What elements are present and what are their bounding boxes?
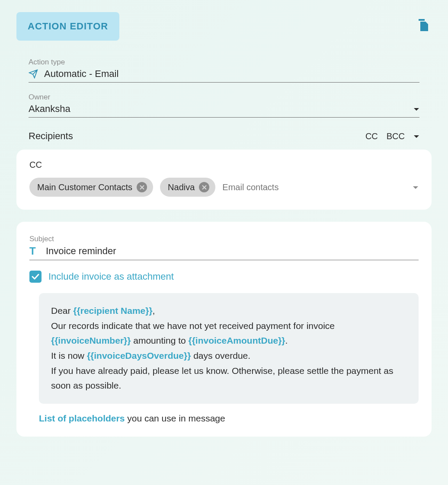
cc-section-label: CC xyxy=(29,160,419,170)
text-icon: T xyxy=(29,245,40,257)
placeholders-footer: List of placeholders you can use in mess… xyxy=(39,413,419,424)
send-icon xyxy=(29,69,38,79)
cc-chips-row: Main Customer Contacts Nadiva xyxy=(29,178,419,197)
cc-toggle-button[interactable]: CC xyxy=(365,131,378,141)
chevron-down-icon[interactable] xyxy=(413,105,419,113)
message-body[interactable]: Dear {{recipient Name}},Our records indi… xyxy=(39,293,419,404)
owner-select[interactable] xyxy=(29,103,413,115)
owner-label: Owner xyxy=(29,93,419,102)
action-type-label: Action type xyxy=(29,58,419,67)
message-placeholder: {{invoiceAmountDue}} xyxy=(189,335,285,345)
message-placeholder: {{invoiceDaysOverdue}} xyxy=(87,351,191,361)
page-title: ACTION EDITOR xyxy=(16,12,119,41)
action-type-input[interactable] xyxy=(44,68,419,80)
subject-field: Subject T xyxy=(29,235,419,260)
recipients-label: Recipients xyxy=(29,131,73,142)
chevron-down-icon[interactable] xyxy=(413,132,419,140)
owner-field: Owner xyxy=(29,93,419,118)
chip-label: Main Customer Contacts xyxy=(37,182,132,192)
close-icon[interactable] xyxy=(137,182,147,192)
message-placeholder: {{recipient Name}} xyxy=(73,306,152,316)
subject-label: Subject xyxy=(29,235,419,243)
chip-label: Nadiva xyxy=(168,182,195,192)
recipient-chip: Nadiva xyxy=(160,178,215,197)
placeholders-link[interactable]: List of placeholders xyxy=(39,413,125,423)
cc-card: CC Main Customer Contacts Nadiva xyxy=(16,150,432,210)
copy-icon[interactable] xyxy=(415,16,432,36)
close-icon[interactable] xyxy=(199,182,209,192)
email-contacts-input[interactable] xyxy=(222,182,406,192)
bcc-toggle-button[interactable]: BCC xyxy=(387,131,405,141)
include-attachment-checkbox[interactable] xyxy=(29,271,42,283)
subject-input[interactable] xyxy=(46,246,419,257)
placeholders-footer-text: you can use in message xyxy=(125,413,225,423)
recipient-chip: Main Customer Contacts xyxy=(29,178,153,197)
action-type-field: Action type xyxy=(29,58,419,83)
chevron-down-icon[interactable] xyxy=(413,183,419,191)
message-placeholder: {{invoiceNumber}} xyxy=(51,335,131,345)
include-attachment-label: Include invoice as attachment xyxy=(48,271,174,282)
message-card: Subject T Include invoice as attachment … xyxy=(16,222,432,437)
